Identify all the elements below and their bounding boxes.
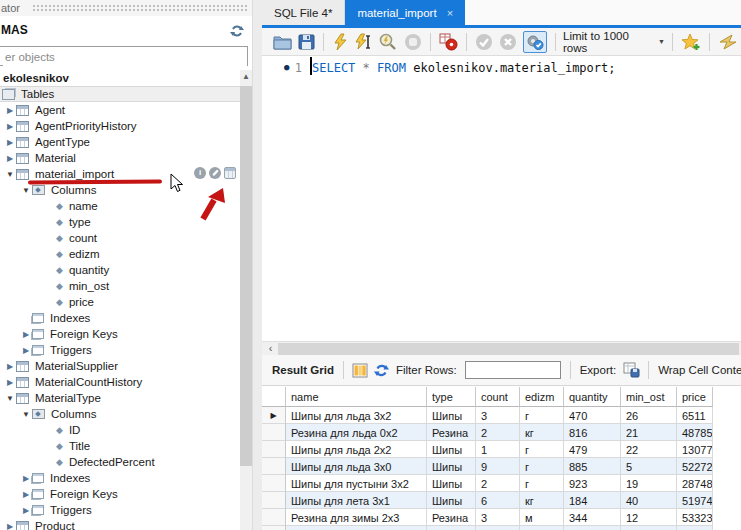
table-row[interactable]: ▶Шипы для льда 3x2Шипы3г470266511 [262,407,741,424]
tree-item-title[interactable]: ◆Title [0,438,240,454]
row-marker-cell[interactable] [262,458,286,475]
table-row[interactable]: Шипы для пустыни 3x2Шипы2г9231928748 [262,475,741,492]
tree-item-quantity[interactable]: ◆quantity [0,262,240,278]
column-header-min_ost[interactable]: min_ost [621,387,677,407]
commit-button[interactable] [475,33,493,51]
tree-item-defectedpercent[interactable]: ◆DefectedPercent [0,454,240,470]
cell-edizm[interactable]: кг [520,492,564,509]
tree-item-indexes[interactable]: Indexes [0,310,240,326]
tree-item-indexes[interactable]: ▶Indexes [0,470,240,486]
tree-item-foreign-keys[interactable]: ▶Foreign Keys [0,486,240,502]
expanded-arrow-icon[interactable]: ▼ [20,186,32,195]
cell-name[interactable]: Шипы для льда 2x2 [286,441,427,458]
navigator-scrollbar[interactable]: ▲ [240,70,252,530]
tree-item-edizm[interactable]: ◆edizm [0,246,240,262]
row-marker-header[interactable] [262,387,286,407]
cell-price[interactable]: 52272 [677,458,713,475]
cell-quantity[interactable]: 184 [564,492,621,509]
table-row[interactable]: Резина для зимы 2x3Резина3м3441253323 [262,509,741,526]
cell-name[interactable]: Резина для зимы 2x3 [286,509,427,526]
collapsed-arrow-icon[interactable]: ▶ [20,506,32,515]
cell-count[interactable]: 3 [476,407,520,424]
stop-query-button[interactable] [404,33,422,51]
cell-name[interactable]: Шипы для лета 3x1 [286,492,427,509]
stop-on-error-toggle[interactable] [439,33,458,51]
cell-edizm[interactable]: г [520,441,564,458]
tab-close-icon[interactable]: × [447,7,453,19]
cell-name[interactable]: Шипы для льда 3x2 [286,407,427,424]
cell-price[interactable]: 48785 [677,424,713,441]
collapsed-arrow-icon[interactable]: ▶ [4,378,16,387]
row-marker-cell[interactable] [262,475,286,492]
cell-quantity[interactable]: 344 [564,509,621,526]
collapsed-arrow-icon[interactable]: ▶ [4,154,16,163]
cell-min_ost[interactable]: 26 [621,407,677,424]
expanded-arrow-icon[interactable]: ▼ [20,410,32,419]
collapsed-arrow-icon[interactable]: ▶ [4,362,16,371]
refresh-results-icon[interactable] [374,363,389,378]
explain-plan-button[interactable] [378,33,398,51]
autocommit-toggle[interactable] [523,31,547,53]
tree-item-material[interactable]: ▶Material [0,150,240,166]
cell-price[interactable]: 28748 [677,475,713,492]
tree-item-product[interactable]: ▶Product [0,518,240,530]
cell-type[interactable]: Резина [427,424,476,441]
column-view-icon[interactable] [352,363,368,378]
table-row[interactable]: Резина для льда 0x2Резина2кг8162148785 [262,424,741,441]
collapsed-arrow-icon[interactable]: ▶ [20,346,32,355]
sql-editor[interactable]: 1 ● SELECT * FROM ekolesnikov.material_i… [262,56,741,341]
navigator-scrollbar-thumb[interactable] [240,86,252,466]
tab-material-import[interactable]: material_import × [345,0,465,25]
cell-quantity[interactable]: 479 [564,441,621,458]
rollback-button[interactable] [499,33,517,51]
tree-item-min-ost[interactable]: ◆min_ost [0,278,240,294]
cell-count[interactable]: 2 [476,475,520,492]
cell-type[interactable]: Шипы [427,475,476,492]
open-script-button[interactable] [273,34,292,50]
table-row[interactable]: Шипы для лета 3x1Шипы6кг1844051974 [262,492,741,509]
table-maintenance-icon[interactable] [209,167,221,179]
cell-name[interactable]: Шипы для льда 3x0 [286,458,427,475]
cell-price[interactable]: 51974 [677,492,713,509]
tree-item-agent[interactable]: ▶Agent [0,102,240,118]
filter-rows-input[interactable] [465,361,561,379]
tree-item-tables[interactable]: Tables [0,86,240,102]
tree-item-agenttype[interactable]: ▶AgentType [0,134,240,150]
cell-count[interactable]: 1 [476,441,520,458]
cell-min_ost[interactable]: 21 [621,424,677,441]
cell-type[interactable]: Резина [427,509,476,526]
save-script-button[interactable] [298,34,315,50]
tree-item-count[interactable]: ◆count [0,230,240,246]
cell-price[interactable]: 6511 [677,407,713,424]
table-row[interactable]: Шипы для льда 2x2Шипы1г4792213077 [262,441,741,458]
table-row[interactable]: Шипы для льда 3x0Шипы9г885552272 [262,458,741,475]
cell-price[interactable]: 53323 [677,509,713,526]
cell-price[interactable]: 13077 [677,441,713,458]
cell-type[interactable]: Шипы [427,458,476,475]
cell-count[interactable]: 3 [476,509,520,526]
cell-name[interactable]: Шипы для пустыни 3x2 [286,475,427,492]
row-marker-cell[interactable] [262,509,286,526]
scroll-left-icon[interactable]: ‹ [264,342,277,355]
editor-horizontal-scrollbar[interactable]: ‹ [262,341,741,355]
table-edit-icon[interactable] [224,167,236,179]
cell-count[interactable]: 6 [476,492,520,509]
collapsed-arrow-icon[interactable]: ▶ [20,474,32,483]
tree-item-agentpriorityhistory[interactable]: ▶AgentPriorityHistory [0,118,240,134]
cell-edizm[interactable]: г [520,407,564,424]
cell-name[interactable]: Резина для льда 0x2 [286,424,427,441]
cell-type[interactable]: Шипы [427,407,476,424]
column-header-price[interactable]: price [677,387,713,407]
cell-edizm[interactable]: г [520,475,564,492]
filter-objects-input[interactable] [3,48,247,66]
column-header-quantity[interactable]: quantity [564,387,621,407]
cell-min_ost[interactable]: 12 [621,509,677,526]
row-marker-cell[interactable] [262,424,286,441]
cell-quantity[interactable]: 885 [564,458,621,475]
expanded-arrow-icon[interactable]: ▼ [4,394,16,403]
save-snippet-button[interactable] [681,33,701,51]
refresh-schemas-icon[interactable] [230,24,244,38]
cell-type[interactable]: Шипы [427,441,476,458]
cell-min_ost[interactable]: 5 [621,458,677,475]
collapsed-arrow-icon[interactable]: ▶ [20,330,32,339]
